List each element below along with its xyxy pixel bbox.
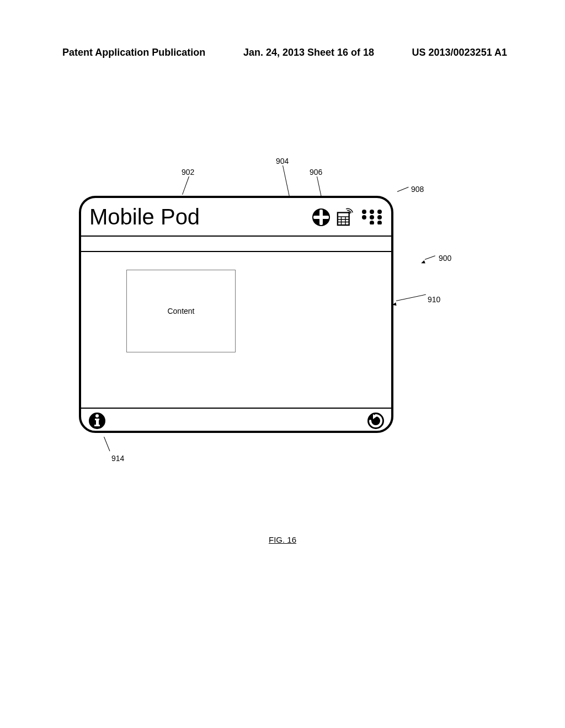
sub-bar [81,237,391,252]
svg-point-14 [370,215,374,220]
info-icon[interactable] [88,411,106,430]
svg-rect-2 [313,216,329,219]
label-908: 908 [411,185,424,194]
svg-point-15 [377,215,382,220]
add-icon[interactable] [311,207,331,227]
svg-point-16 [370,221,374,224]
content-area: Content [81,252,391,408]
device-frame: Mobile Pod [79,196,393,433]
page-header: Patent Application Publication Jan. 24, … [62,47,507,58]
arrow-900 [420,260,425,265]
svg-point-17 [377,221,382,224]
phone-signal-icon[interactable] [335,207,356,226]
bottom-bar [81,408,391,433]
header-bar: Mobile Pod [81,198,391,237]
label-910: 910 [428,295,440,304]
label-900: 900 [439,254,451,263]
svg-point-12 [377,210,382,214]
leader-914 [104,437,110,451]
content-box-label: Content [167,307,194,315]
svg-rect-22 [94,425,100,426]
svg-point-10 [362,210,366,214]
svg-point-19 [95,414,99,417]
svg-point-11 [370,210,374,214]
label-906: 906 [310,168,322,176]
menu-dots-icon[interactable] [361,209,383,224]
leader-910 [396,295,426,301]
window-title: Mobile Pod [89,205,311,229]
refresh-icon[interactable] [367,412,385,430]
header-icons [311,207,383,227]
figure-caption: FIG. 16 [0,535,565,544]
label-902: 902 [182,168,194,176]
leader-908 [397,187,409,192]
label-904: 904 [276,157,289,165]
leader-902 [182,176,189,195]
content-box: Content [126,270,236,352]
svg-point-13 [362,215,366,220]
leader-900 [425,255,435,260]
header-center: Jan. 24, 2013 Sheet 16 of 18 [243,47,374,58]
header-right: US 2013/0023251 A1 [412,47,507,58]
svg-rect-4 [338,212,349,225]
header-left: Patent Application Publication [62,47,205,58]
label-914: 914 [111,454,124,463]
